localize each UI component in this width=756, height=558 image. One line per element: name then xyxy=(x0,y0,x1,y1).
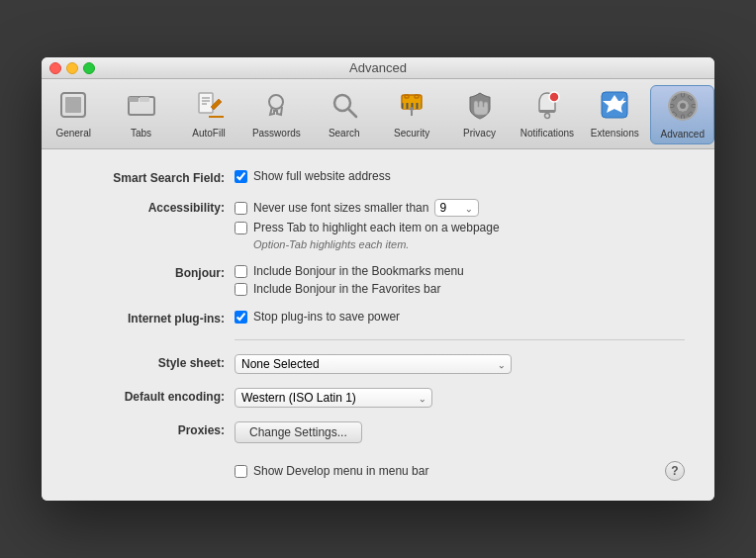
bonjour-label: Bonjour: xyxy=(71,264,235,280)
accessibility-controls: Never use font sizes smaller than 9 10 1… xyxy=(235,199,500,250)
tab-general[interactable]: General xyxy=(42,85,105,144)
smart-search-row: Smart Search Field: Show full website ad… xyxy=(71,169,685,185)
bottom-row: Show Develop menu in menu bar ? xyxy=(71,457,685,481)
style-sheet-controls: None Selected xyxy=(235,354,512,374)
smart-search-label: Smart Search Field: xyxy=(71,169,235,185)
proxies-controls: Change Settings... xyxy=(235,421,362,443)
press-tab-checkbox[interactable] xyxy=(235,222,247,234)
accessibility-label: Accessibility: xyxy=(71,199,235,215)
internet-plugins-label: Internet plug-ins: xyxy=(71,310,235,326)
develop-menu-row[interactable]: Show Develop menu in menu bar xyxy=(71,464,428,478)
svg-rect-4 xyxy=(140,97,149,102)
tab-tabs-label: Tabs xyxy=(131,128,151,139)
tab-advanced[interactable]: Advanced xyxy=(650,85,714,144)
develop-menu-checkbox[interactable] xyxy=(235,465,247,478)
tab-passwords-label: Passwords xyxy=(252,128,301,139)
style-sheet-label: Style sheet: xyxy=(71,354,235,370)
minimize-button[interactable] xyxy=(66,62,78,74)
svg-rect-5 xyxy=(199,93,213,113)
tabs-icon xyxy=(126,89,157,126)
smart-search-controls: Show full website address xyxy=(235,169,391,183)
svg-line-12 xyxy=(348,109,356,117)
develop-menu-label: Show Develop menu in menu bar xyxy=(253,464,428,478)
stop-plugins-row[interactable]: Stop plug-ins to save power xyxy=(235,310,400,324)
bonjour-favorites-row[interactable]: Include Bonjour in the Favorites bar xyxy=(235,282,464,296)
default-encoding-row: Default encoding: Western (ISO Latin 1) … xyxy=(71,388,685,408)
press-tab-row[interactable]: Press Tab to highlight each item on a we… xyxy=(235,221,500,234)
content-area: Smart Search Field: Show full website ad… xyxy=(42,149,714,501)
internet-plugins-row: Internet plug-ins: Stop plug-ins to save… xyxy=(71,310,685,326)
search-icon xyxy=(329,89,360,126)
extensions-icon xyxy=(599,89,630,126)
svg-point-39 xyxy=(680,103,686,109)
tab-tabs[interactable]: Tabs xyxy=(109,85,172,144)
security-icon xyxy=(396,89,427,126)
general-icon xyxy=(57,89,89,126)
bonjour-controls: Include Bonjour in the Bookmarks menu In… xyxy=(235,264,464,296)
tab-autofill[interactable]: AutoFill xyxy=(177,85,240,144)
bonjour-bookmarks-row[interactable]: Include Bonjour in the Bookmarks menu xyxy=(235,264,464,278)
default-encoding-select-wrapper: Western (ISO Latin 1) UTF-8 UTF-16 xyxy=(235,388,432,408)
titlebar: Advanced xyxy=(42,57,714,79)
tab-security-label: Security xyxy=(394,128,429,139)
tab-passwords[interactable]: Passwords xyxy=(244,85,308,144)
accessibility-row: Accessibility: Never use font sizes smal… xyxy=(71,199,685,250)
tab-extensions[interactable]: Extensions xyxy=(583,85,646,144)
default-encoding-label: Default encoding: xyxy=(71,388,235,404)
traffic-lights xyxy=(49,62,95,74)
svg-point-10 xyxy=(269,95,283,109)
proxies-label: Proxies: xyxy=(71,421,235,437)
style-sheet-row: Style sheet: None Selected xyxy=(71,354,685,374)
tab-extensions-label: Extensions xyxy=(591,128,639,139)
default-encoding-select[interactable]: Western (ISO Latin 1) UTF-8 UTF-16 xyxy=(235,388,432,408)
tab-search-label: Search xyxy=(329,128,360,139)
notifications-icon xyxy=(531,89,563,126)
never-use-font-sizes-label: Never use font sizes smaller than xyxy=(253,201,428,215)
tab-search[interactable]: Search xyxy=(313,85,376,144)
show-full-address-checkbox[interactable] xyxy=(235,170,247,183)
svg-point-24 xyxy=(544,114,549,119)
stop-plugins-checkbox[interactable] xyxy=(235,311,247,324)
accessibility-hint: Option-Tab highlights each item. xyxy=(253,238,500,250)
window-title: Advanced xyxy=(349,60,407,75)
close-button[interactable] xyxy=(49,62,61,74)
svg-rect-1 xyxy=(65,97,81,113)
style-sheet-select[interactable]: None Selected xyxy=(235,354,512,374)
bonjour-bookmarks-label: Include Bonjour in the Bookmarks menu xyxy=(253,264,464,278)
bonjour-row: Bonjour: Include Bonjour in the Bookmark… xyxy=(71,264,685,296)
passwords-icon xyxy=(260,89,292,126)
show-full-address-row[interactable]: Show full website address xyxy=(235,169,391,183)
svg-point-21 xyxy=(410,107,414,111)
tab-security[interactable]: Security xyxy=(380,85,443,144)
svg-rect-23 xyxy=(539,110,555,113)
tab-notifications[interactable]: Notifications xyxy=(516,85,579,144)
proxies-row: Proxies: Change Settings... xyxy=(71,421,685,443)
tab-general-label: General xyxy=(55,128,91,139)
internet-plugins-controls: Stop plug-ins to save power xyxy=(235,310,400,324)
autofill-icon xyxy=(193,89,225,126)
bonjour-bookmarks-checkbox[interactable] xyxy=(235,265,247,278)
maximize-button[interactable] xyxy=(83,62,95,74)
never-use-font-sizes-checkbox[interactable] xyxy=(235,202,247,215)
help-button[interactable]: ? xyxy=(665,461,685,481)
separator xyxy=(235,339,685,340)
default-encoding-controls: Western (ISO Latin 1) UTF-8 UTF-16 xyxy=(235,388,432,408)
font-size-select-wrapper: 9 10 11 12 xyxy=(434,199,479,217)
svg-rect-3 xyxy=(129,97,139,102)
style-sheet-select-wrapper: None Selected xyxy=(235,354,512,374)
stop-plugins-label: Stop plug-ins to save power xyxy=(253,310,400,324)
tab-advanced-label: Advanced xyxy=(661,129,705,140)
tab-notifications-label: Notifications xyxy=(520,128,574,139)
main-window: Advanced General Tabs xyxy=(42,57,714,501)
tab-privacy-label: Privacy xyxy=(463,128,496,139)
change-settings-button[interactable]: Change Settings... xyxy=(235,421,362,443)
font-size-row: Never use font sizes smaller than 9 10 1… xyxy=(235,199,500,217)
font-size-select[interactable]: 9 10 11 12 xyxy=(434,199,479,217)
tab-privacy[interactable]: Privacy xyxy=(447,85,511,144)
show-full-address-label: Show full website address xyxy=(253,169,391,183)
privacy-icon xyxy=(464,89,496,126)
press-tab-label: Press Tab to highlight each item on a we… xyxy=(253,221,500,234)
toolbar: General Tabs xyxy=(42,79,714,149)
advanced-icon xyxy=(667,90,699,127)
bonjour-favorites-checkbox[interactable] xyxy=(235,283,247,296)
